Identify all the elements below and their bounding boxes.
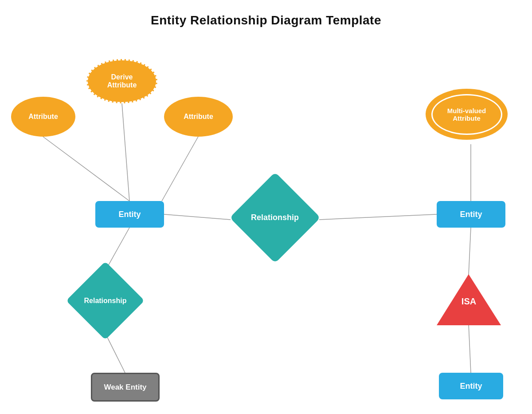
multi-valued-attribute-ellipse: Multi-valued Attribute (426, 89, 508, 140)
relationship-main-diamond (229, 172, 320, 263)
multi-valued-attribute-inner: Multi-valued Attribute (431, 94, 502, 135)
entity-left-label: Entity (118, 210, 141, 219)
isa-triangle-svg (437, 274, 501, 325)
weak-entity-rect: Weak Entity (91, 373, 160, 402)
entity-bottom-right-label: Entity (460, 382, 482, 391)
relationship-main-wrapper: Relationship (222, 184, 328, 251)
isa-triangle-wrapper: ISA (437, 274, 501, 325)
entity-right-label: Entity (460, 210, 482, 219)
derive-attribute-ellipse: Derive Attribute (86, 59, 157, 103)
entity-bottom-right-rect: Entity (439, 373, 503, 399)
isa-triangle-polygon (437, 274, 501, 325)
attribute-left-ellipse: Attribute (11, 97, 75, 137)
svg-line-3 (164, 214, 231, 220)
svg-line-8 (469, 228, 471, 275)
attribute-left-label: Attribute (28, 113, 58, 121)
svg-line-9 (469, 324, 471, 373)
derive-attribute-label: Derive Attribute (107, 73, 137, 89)
svg-line-4 (319, 214, 437, 220)
multi-valued-attribute-label: Multi-valued Attribute (447, 107, 486, 122)
weak-entity-label: Weak Entity (104, 383, 146, 392)
attribute-right-ellipse: Attribute (164, 97, 233, 137)
entity-left-rect: Entity (95, 201, 164, 228)
diagram-container: Entity Relationship Diagram Template Att… (0, 0, 532, 414)
svg-line-2 (162, 137, 198, 201)
attribute-right-label: Attribute (184, 113, 213, 121)
relationship-bottom-wrapper: Relationship (60, 268, 151, 333)
entity-right-rect: Entity (437, 201, 505, 228)
page-title: Entity Relationship Diagram Template (0, 0, 532, 28)
svg-line-0 (43, 137, 129, 201)
relationship-bottom-diamond (66, 261, 145, 340)
svg-line-1 (122, 103, 129, 201)
